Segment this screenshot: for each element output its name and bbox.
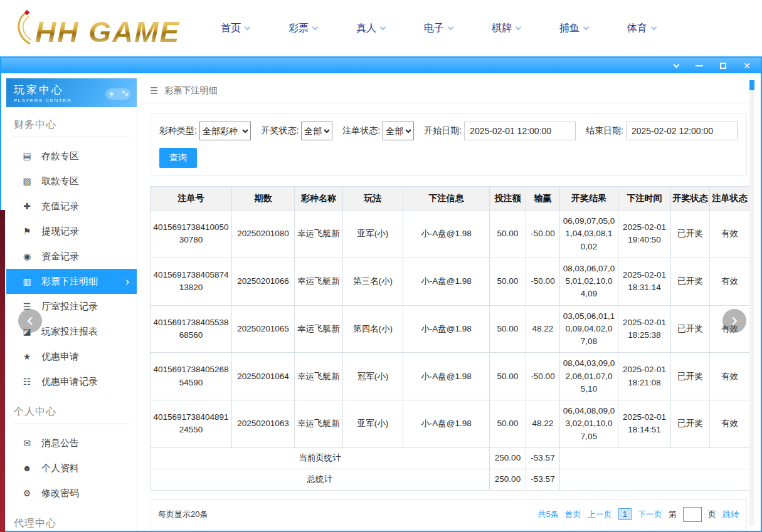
cell-win-loss: 48.22 xyxy=(526,305,560,353)
recharge-record-icon: ✚ xyxy=(21,201,33,211)
sidebar-item-消息公告[interactable]: ✉消息公告 xyxy=(6,430,137,456)
carousel-prev-button[interactable]: ‹ xyxy=(18,309,42,333)
column-header: 开奖结果 xyxy=(560,187,618,211)
maximize-button[interactable] xyxy=(720,63,726,69)
column-header: 期数 xyxy=(232,187,295,211)
scrollbar-thumb[interactable] xyxy=(749,80,754,90)
page-summary-label: 当前页统计 xyxy=(151,447,490,469)
cell-win-loss: -50.00 xyxy=(526,353,560,400)
table-row: 40156917384058741382020250201066幸运飞艇新第三名… xyxy=(151,258,750,305)
cell-order-id: 401569173841005030780 xyxy=(151,211,232,258)
cell-win-loss: -50.00 xyxy=(526,211,560,258)
start-date-input[interactable] xyxy=(464,122,576,140)
window-body: 玩家中心 PLAYERS CENTER 财务中心▤存款专区▨取款专区✚充值记录⚑… xyxy=(1,73,761,531)
deposit-icon: ▤ xyxy=(21,151,33,161)
nav-item-sports[interactable]: 体育 xyxy=(627,22,656,35)
page-summary-bet-amount: 250.00 xyxy=(490,447,526,469)
nav-item-label: 体育 xyxy=(627,22,647,35)
nav-item-live[interactable]: 真人 xyxy=(356,22,385,35)
page-jump-input[interactable] xyxy=(683,507,702,522)
sidebar-section-label: 个人中心 xyxy=(13,403,130,424)
page-title: 彩票下注明细 xyxy=(164,85,217,96)
lottery-type-select[interactable]: 全部彩种 xyxy=(199,122,251,140)
brand-logo[interactable]: HH GAME xyxy=(13,10,194,46)
cell-lottery-name: 幸运飞艇新 xyxy=(295,305,343,353)
top-header: HH GAME 首页彩票真人电子棋牌捕鱼体育 xyxy=(0,0,762,56)
nav-item-label: 捕鱼 xyxy=(559,22,579,35)
top-nav: 首页彩票真人电子棋牌捕鱼体育 xyxy=(221,22,656,35)
nav-item-cards[interactable]: 棋牌 xyxy=(492,22,521,35)
cell-draw-status: 已开奖 xyxy=(671,258,710,305)
chevron-down-icon xyxy=(312,24,319,30)
app-window: ✕ 玩家中心 PLAYERS CENTER 财务中心▤存款专区▨取款专区✚充值记… xyxy=(0,56,762,532)
end-date-label: 结束日期: xyxy=(586,125,623,137)
cell-bet-info: 小-A盘@1.98 xyxy=(403,258,490,305)
next-page-link[interactable]: 下一页 xyxy=(638,509,662,520)
prev-page-link[interactable]: 上一页 xyxy=(588,509,612,520)
cell-bet-amount: 50.00 xyxy=(490,258,526,305)
total-summary-empty xyxy=(560,469,750,490)
nav-item-label: 彩票 xyxy=(288,22,309,35)
page-summary-empty xyxy=(560,447,750,469)
main-content: ☰ 彩票下注明细 彩种类型: 全部彩种 开奖状态: 全部 注单状态: 全部 xyxy=(137,78,754,531)
pagination: 共5条 首页 上一页 1 下一页 第 页 跳转 xyxy=(538,507,739,522)
promo-apply-icon: ★ xyxy=(21,352,33,362)
table-summary: 当前页统计 250.00 -53.57 总统计 250.00 -53.57 xyxy=(151,447,750,490)
sidebar-item-充值记录[interactable]: ✚充值记录 xyxy=(6,194,137,219)
lottery-bet-detail-icon: ▥ xyxy=(21,276,33,286)
per-page-label: 每页显示20条 xyxy=(158,509,208,520)
chevron-down-icon[interactable] xyxy=(674,65,679,67)
total-summary-bet-amount: 250.00 xyxy=(490,469,526,490)
total-count-label: 共5条 xyxy=(538,509,559,520)
menu-icon[interactable]: ☰ xyxy=(150,85,158,96)
order-status-select[interactable]: 全部 xyxy=(383,122,414,140)
nav-item-home[interactable]: 首页 xyxy=(221,22,250,35)
cell-period: 20250201080 xyxy=(232,211,295,258)
jump-button[interactable]: 跳转 xyxy=(722,509,739,520)
total-summary-row: 总统计 250.00 -53.57 xyxy=(151,469,750,490)
scrollbar-track[interactable] xyxy=(749,80,754,526)
sidebar-item-label: 取款专区 xyxy=(41,175,79,187)
cell-order-status: 有效 xyxy=(710,211,750,258)
nav-item-fishing[interactable]: 捕鱼 xyxy=(559,22,588,35)
left-red-strip xyxy=(0,210,5,532)
cell-period: 20250201064 xyxy=(232,353,295,400)
current-page[interactable]: 1 xyxy=(618,508,632,520)
cell-play: 第三名(小) xyxy=(343,258,403,305)
carousel-next-button[interactable]: › xyxy=(722,309,746,333)
sidebar-item-取款专区[interactable]: ▨取款专区 xyxy=(6,169,137,194)
sidebar-item-label: 修改密码 xyxy=(41,488,79,499)
sidebar-item-优惠申请记录[interactable]: ☷优惠申请记录 xyxy=(6,369,137,394)
sidebar-item-label: 资金记录 xyxy=(41,251,79,263)
logo-ornament-icon xyxy=(13,10,34,46)
sidebar: 玩家中心 PLAYERS CENTER 财务中心▤存款专区▨取款专区✚充值记录⚑… xyxy=(6,78,137,531)
nav-item-slots[interactable]: 电子 xyxy=(424,22,453,35)
pagination-bar: 每页显示20条 共5条 首页 上一页 1 下一页 第 页 跳转 xyxy=(150,499,747,529)
nav-item-lottery[interactable]: 彩票 xyxy=(288,22,317,35)
sidebar-section-label: 财务中心 xyxy=(13,116,130,137)
sidebar-item-个人资料[interactable]: ☻个人资料 xyxy=(6,456,137,481)
chevron-right-icon: › xyxy=(125,276,129,287)
sidebar-item-label: 提现记录 xyxy=(41,226,79,237)
bet-table: 注单号期数彩种名称玩法下注信息投注额输赢开奖结果下注时间开奖状态注单状态 401… xyxy=(150,186,750,491)
draw-status-select[interactable]: 全部 xyxy=(301,122,332,140)
search-button[interactable]: 查询 xyxy=(159,148,197,168)
announcement-icon: ✉ xyxy=(21,438,33,448)
first-page-link[interactable]: 首页 xyxy=(565,509,581,520)
sidebar-item-提现记录[interactable]: ⚑提现记录 xyxy=(6,219,137,244)
table-head-row: 注单号期数彩种名称玩法下注信息投注额输赢开奖结果下注时间开奖状态注单状态 xyxy=(151,187,750,211)
chevron-down-icon xyxy=(651,24,657,30)
sidebar-item-存款专区[interactable]: ▤存款专区 xyxy=(6,143,137,169)
minimize-button[interactable] xyxy=(696,65,703,66)
close-button[interactable]: ✕ xyxy=(743,61,751,70)
jump-suffix-label: 页 xyxy=(708,509,716,520)
sidebar-item-资金记录[interactable]: ◉资金记录 xyxy=(6,244,137,269)
sidebar-item-label: 充值记录 xyxy=(41,201,79,212)
sidebar-item-优惠申请[interactable]: ★优惠申请 xyxy=(6,344,137,369)
sidebar-item-修改密码[interactable]: ⚙修改密码 xyxy=(6,481,137,506)
funds-record-icon: ◉ xyxy=(21,251,33,261)
end-date-input[interactable] xyxy=(626,122,738,140)
sidebar-item-彩票下注明细[interactable]: ▥彩票下注明细› xyxy=(6,269,137,294)
cell-order-status: 有效 xyxy=(710,400,750,448)
cell-order-status: 有效 xyxy=(710,258,750,305)
